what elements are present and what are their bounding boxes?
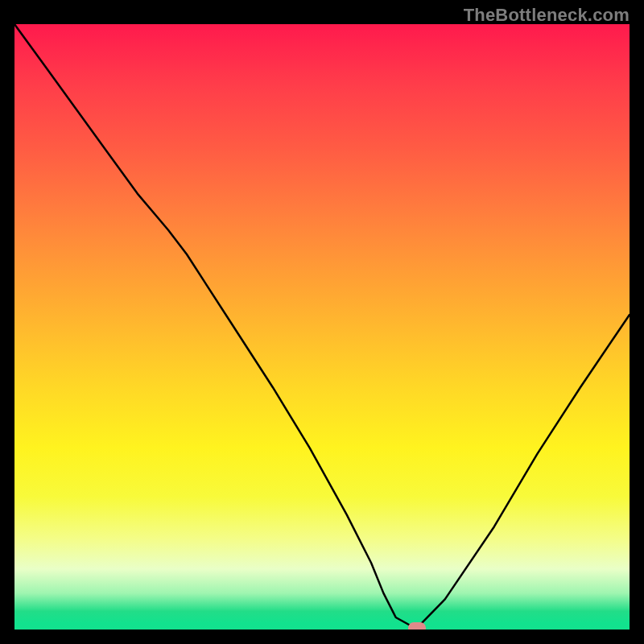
- curve-path: [14, 24, 630, 628]
- watermark-text: TheBottleneck.com: [464, 5, 630, 26]
- optimum-marker: [408, 622, 426, 630]
- bottleneck-curve: [14, 24, 630, 630]
- plot-area: [14, 24, 630, 630]
- chart-frame: TheBottleneck.com: [0, 0, 644, 644]
